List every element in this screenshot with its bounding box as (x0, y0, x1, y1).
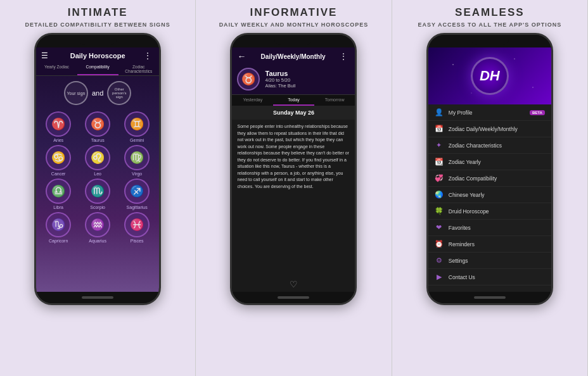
list-item[interactable]: ♋ Cancer (40, 145, 77, 176)
date-heading: Sunday May 26 (232, 106, 355, 120)
screen2-header: ← Daily/Weekly/Monthly ⋮ (232, 47, 355, 64)
list-item[interactable]: ♑ Capricorn (40, 212, 77, 243)
panel1-title: INTIMATE (68, 6, 128, 19)
phone3-bottom-bar (428, 292, 551, 303)
screen1-header: ☰ Daily Horoscope ⋮ (36, 47, 159, 63)
hamburger-icon[interactable]: ☰ (41, 51, 51, 60)
menu-item-druid-horoscope[interactable]: 🍀 Druid Horoscope (428, 203, 551, 220)
menu-item-chinese-yearly[interactable]: 🌏 Chinese Yearly (428, 187, 551, 203)
panel-intimate: INTIMATE DETAILED COMPATIBILITY BETWEEN … (0, 0, 196, 376)
virgo-label: Virgo (132, 172, 142, 176)
pisces-icon: ♓ (124, 212, 150, 237)
druid-icon: 🍀 (435, 207, 444, 215)
pisces-label: Pisces (131, 239, 144, 243)
yearly-calendar-icon: 📆 (435, 158, 444, 166)
phone1-screen: ☰ Daily Horoscope ⋮ Yearly Zodiac Compat… (36, 47, 159, 292)
leo-label: Leo (94, 172, 101, 176)
tab-tomorrow[interactable]: Tomorrow (314, 95, 355, 106)
menu-item-contact-us[interactable]: ▶ Contact Us (428, 269, 551, 285)
chinese-yearly-icon: 🌏 (435, 191, 444, 199)
favorite-heart-icon[interactable]: ♡ (232, 277, 355, 292)
screen1-tabs: Yearly Zodiac Compatibility Zodiac Chara… (36, 63, 159, 76)
app-logo-area: DH (428, 47, 551, 104)
list-item[interactable]: ♒ Aquarius (79, 212, 116, 243)
chinese-yearly-label: Chinese Yearly (449, 192, 545, 198)
zodiac-daily-label: Zodiac Daily/Weekly/Monthly (449, 126, 545, 132)
list-item[interactable]: ♉ Taurus (79, 111, 116, 142)
scorpio-icon: ♏ (85, 179, 110, 204)
aries-icon: ♈ (46, 111, 71, 137)
navigation-menu: 👤 My Profile BETA 📅 Zodiac Daily/Weekly/… (428, 104, 551, 292)
gemini-label: Gemini (130, 138, 144, 142)
screen1-content: Your sign and Other person's sign ♈ Arie… (36, 76, 159, 292)
menu-item-my-profile[interactable]: 👤 My Profile BETA (428, 104, 551, 121)
tab-compatibility[interactable]: Compatibility (77, 63, 118, 75)
druid-horoscope-label: Druid Horoscope (449, 208, 545, 215)
tab-yearly-zodiac[interactable]: Yearly Zodiac (36, 63, 77, 75)
menu-item-settings[interactable]: ⚙ Settings (428, 253, 551, 269)
tab-yesterday[interactable]: Yesterday (232, 95, 273, 106)
list-item[interactable]: ♏ Scorpio (79, 179, 116, 210)
menu-item-zodiac-yearly[interactable]: 📆 Zodiac Yearly (428, 154, 551, 170)
app-logo-text: DH (480, 68, 500, 84)
calendar-icon: 📅 (435, 125, 444, 133)
menu-item-zodiac-characteristics[interactable]: ✦ Zodiac Characteristics (428, 137, 551, 154)
sign-name: Taurus (265, 70, 295, 77)
heart-icon: ❤ (435, 223, 444, 232)
menu-item-reminders[interactable]: ⏰ Reminders (428, 236, 551, 253)
screen1-header-title: Daily Horoscope (51, 52, 144, 60)
libra-icon: ♎ (46, 179, 71, 204)
sign-info-text: Taurus 4/20 to 5/20 Alias: The Bull (265, 70, 295, 89)
list-item[interactable]: ♍ Virgo (118, 145, 155, 176)
phone3-top-bar (428, 35, 551, 47)
list-item[interactable]: ♎ Libra (40, 179, 77, 210)
menu-item-zodiac-compatibility[interactable]: 💞 Zodiac Compatibility (428, 170, 551, 187)
gear-icon: ⚙ (435, 256, 444, 265)
cancer-icon: ♋ (46, 145, 71, 170)
list-item[interactable]: ♓ Pisces (118, 212, 155, 243)
compatibility-icon: 💞 (435, 174, 444, 182)
menu-item-zodiac-daily[interactable]: 📅 Zodiac Daily/Weekly/Monthly (428, 121, 551, 137)
list-item[interactable]: ♊ Gemini (118, 111, 155, 142)
screen2-dots-icon[interactable]: ⋮ (340, 52, 350, 61)
horoscope-text: Some people enter into unhealthy relatio… (232, 120, 355, 277)
sparkle-icon: ✦ (435, 141, 444, 149)
cancer-label: Cancer (51, 172, 66, 176)
sagittarius-label: Sagittarius (127, 205, 148, 210)
list-item[interactable]: ♈ Aries (40, 111, 77, 142)
menu-item-favorites[interactable]: ❤ Favorites (428, 220, 551, 236)
other-sign-circle[interactable]: Other person's sign (107, 81, 131, 105)
gemini-icon: ♊ (124, 111, 150, 137)
zodiac-yearly-label: Zodiac Yearly (449, 159, 545, 165)
tab-zodiac-characteristics[interactable]: Zodiac Characteristics (118, 63, 160, 75)
dots-icon[interactable]: ⋮ (144, 51, 154, 60)
list-item[interactable]: ♌ Leo (79, 145, 116, 176)
sign-info-row: ♉ Taurus 4/20 to 5/20 Alias: The Bull (232, 64, 355, 95)
signs-selector-row: Your sign and Other person's sign (64, 81, 131, 105)
list-item[interactable]: ♐ Sagittarius (118, 179, 155, 210)
your-sign-circle[interactable]: Your sign (64, 81, 88, 105)
back-icon[interactable]: ← (237, 51, 246, 61)
tab-today[interactable]: Today (273, 95, 314, 106)
phone-1: ☰ Daily Horoscope ⋮ Yearly Zodiac Compat… (34, 33, 161, 305)
zodiac-characteristics-label: Zodiac Characteristics (449, 142, 545, 149)
virgo-icon: ♍ (124, 145, 150, 170)
phone3-notch (471, 37, 509, 45)
and-text: and (92, 89, 103, 97)
contact-icon: ▶ (435, 273, 444, 281)
favorites-label: Favorites (449, 225, 545, 231)
scorpio-label: Scorpio (90, 205, 105, 210)
home-indicator-2 (278, 296, 309, 299)
taurus-zodiac-icon: ♉ (237, 68, 260, 91)
capricorn-label: Capricorn (49, 239, 68, 243)
phone2-screen: ← Daily/Weekly/Monthly ⋮ ♉ Taurus 4/20 t… (232, 47, 355, 292)
panel-informative: INFORMATIVE DAILY WEEKLY AND MONTHLY HOR… (196, 0, 392, 376)
reminders-label: Reminders (449, 241, 545, 248)
leo-icon: ♌ (85, 145, 110, 170)
my-profile-label: My Profile (449, 110, 525, 116)
aquarius-label: Aquarius (89, 239, 106, 243)
panel3-title: SEAMLESS (455, 6, 525, 19)
libra-label: Libra (53, 205, 63, 210)
clock-icon: ⏰ (435, 240, 444, 248)
phone1-top-bar (36, 35, 159, 47)
